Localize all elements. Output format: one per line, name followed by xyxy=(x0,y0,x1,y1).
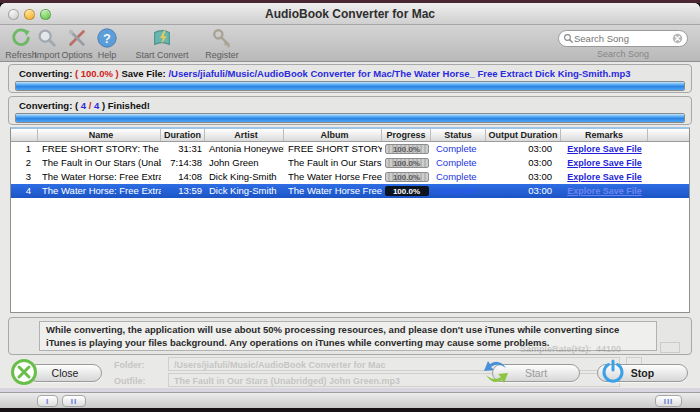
batch-progress-prefix: Converting: xyxy=(19,100,75,111)
row-output-duration: 03:00 xyxy=(486,156,561,170)
help-label: Help xyxy=(78,50,136,60)
file-progress-mid: Save File: xyxy=(119,68,169,79)
column-header-status[interactable]: Status xyxy=(431,129,486,141)
column-header-artist[interactable]: Artist xyxy=(205,129,284,141)
row-artist: John Green xyxy=(205,156,284,170)
table-header: Name Duration Artist Album Progress Stat… xyxy=(11,129,689,142)
window-title: AudioBook Converter for Mac xyxy=(0,7,700,21)
row-index: 3 xyxy=(11,170,38,184)
file-progress-percent: ( 100.0% ) xyxy=(75,68,119,79)
row-duration: 14:08 xyxy=(161,170,205,184)
explore-save-file-link[interactable]: Explore Save File xyxy=(567,186,642,196)
bottom-bar-button-2[interactable]: II xyxy=(62,395,86,407)
table-row-selected[interactable]: 4 The Water Horse: Free Extract 13:59 Di… xyxy=(11,184,689,198)
file-progress-fill xyxy=(16,82,684,90)
row-artist: Dick King-Smith xyxy=(205,184,284,198)
batch-progress-label: Converting: ( 4 / 4 ) Finished! xyxy=(19,100,150,111)
bottom-bar-button-1[interactable]: I xyxy=(37,395,58,407)
batch-progress-close: ) xyxy=(99,100,107,111)
explore-save-file-link[interactable]: Explore Save File xyxy=(567,158,642,168)
ghost-sample-rate-value: 44100 xyxy=(596,344,621,354)
svg-text:?: ? xyxy=(103,31,111,46)
ghost-folder-value: /Users/jiafuli/Music/AudioBook Converter… xyxy=(174,360,386,370)
close-circle-icon xyxy=(10,358,38,386)
ghost-folder-label: Folder: xyxy=(114,360,145,370)
row-status: Complete xyxy=(431,142,486,156)
start-convert-icon xyxy=(151,27,173,49)
row-index: 4 xyxy=(11,184,38,198)
row-name: The Water Horse: Free Extract xyxy=(38,184,161,198)
row-album: The Fault in Our Stars... xyxy=(284,156,382,170)
titlebar: AudioBook Converter for Mac xyxy=(0,3,700,25)
row-artist: Antonia Honeywell xyxy=(205,142,284,156)
file-progress-path: /Users/jiafuli/Music/AudioBook Converter… xyxy=(168,68,630,79)
ghost-dropdown xyxy=(660,342,680,353)
table-row[interactable]: 1 FREE SHORT STORY: The Tim... 31:31 Ant… xyxy=(11,142,689,156)
row-name: The Water Horse: Free Extract xyxy=(38,170,161,184)
row-status: Complete xyxy=(431,156,486,170)
row-artist: Dick King-Smith xyxy=(205,170,284,184)
explore-save-file-link[interactable]: Explore Save File xyxy=(567,172,642,182)
row-status: Complete xyxy=(431,170,486,184)
column-header-progress[interactable]: Progress xyxy=(382,129,431,141)
column-header-album[interactable]: Album xyxy=(284,129,382,141)
stop-power-icon xyxy=(600,359,626,385)
batch-progress-fill xyxy=(16,114,684,122)
row-output-duration: 03:00 xyxy=(486,184,561,198)
row-output-duration: 03:00 xyxy=(486,142,561,156)
column-header-remarks[interactable]: Remarks xyxy=(561,129,648,141)
column-header-duration[interactable]: Duration xyxy=(161,129,205,141)
row-name: The Fault in Our Stars (Unab... xyxy=(38,156,161,170)
row-output-duration: 03:00 xyxy=(486,170,561,184)
start-convert-label: Start Convert xyxy=(133,50,191,60)
table-row[interactable]: 3 The Water Horse: Free Extract 14:08 Di… xyxy=(11,170,689,184)
row-progress-bar: 100.0% xyxy=(385,144,429,154)
ghost-sample-rate-label: SampleRate(Hz): xyxy=(520,344,592,354)
bottom-bar: I II III xyxy=(0,392,700,408)
file-progress-label: Converting: ( 100.0% ) Save File: /Users… xyxy=(19,68,631,79)
batch-progress-separator: / xyxy=(86,100,94,111)
explore-save-file-link[interactable]: Explore Save File xyxy=(567,144,642,154)
search-icon xyxy=(563,33,574,44)
row-name: FREE SHORT STORY: The Tim... xyxy=(38,142,161,156)
file-progress-bar xyxy=(15,81,685,91)
row-index: 1 xyxy=(11,142,38,156)
start-convert-button[interactable]: Start Convert xyxy=(133,27,191,60)
batch-progress-group: Converting: ( 4 / 4 ) Finished! xyxy=(8,96,692,125)
search-field[interactable] xyxy=(558,30,688,47)
row-progress-bar: 100.0% xyxy=(385,158,429,168)
file-progress-group: Converting: ( 100.0% ) Save File: /Users… xyxy=(8,64,692,93)
register-icon xyxy=(211,27,233,49)
bottom-bar-button-3[interactable]: III xyxy=(655,395,682,407)
row-index: 2 xyxy=(11,156,38,170)
row-duration: 7:14:38 xyxy=(161,156,205,170)
column-header-output-duration[interactable]: Output Duration xyxy=(486,129,561,141)
help-button[interactable]: ? Help xyxy=(78,27,136,60)
column-header-filler xyxy=(648,129,689,141)
register-label: Register xyxy=(193,50,251,60)
row-progress-bar: 100.0% xyxy=(385,186,429,196)
search-ghost-label: Search Song xyxy=(558,49,688,59)
table-row[interactable]: 2 The Fault in Our Stars (Unab... 7:14:3… xyxy=(11,156,689,170)
ghost-outfile-label: Outfile: xyxy=(114,376,146,386)
column-header-name[interactable]: Name xyxy=(38,129,161,141)
row-status: Complete xyxy=(431,184,486,198)
row-album: The Water Horse Free... xyxy=(284,184,382,198)
search-input[interactable] xyxy=(574,33,672,44)
app-window: AudioBook Converter for Mac Refresh Impo… xyxy=(0,3,700,408)
row-progress-bar: 100.0% xyxy=(385,172,429,182)
toolbar: Refresh Import Options ? Help Start Conv… xyxy=(0,25,700,62)
search-clear-icon[interactable] xyxy=(672,33,683,44)
register-button[interactable]: Register xyxy=(193,27,251,60)
row-duration: 13:59 xyxy=(161,184,205,198)
row-album: The Water Horse Free... xyxy=(284,170,382,184)
row-duration: 31:31 xyxy=(161,142,205,156)
column-header-index[interactable] xyxy=(11,129,38,141)
close-button[interactable]: Close xyxy=(28,364,102,382)
batch-progress-suffix: Finished! xyxy=(108,100,150,111)
file-progress-prefix: Converting: xyxy=(19,68,75,79)
ghost-outfile-value: The Fault in Our Stars (Unabridged) John… xyxy=(174,376,400,386)
song-table: Name Duration Artist Album Progress Stat… xyxy=(10,127,690,313)
start-arrows-icon xyxy=(482,358,510,386)
row-album: FREE SHORT STORY Th... xyxy=(284,142,382,156)
